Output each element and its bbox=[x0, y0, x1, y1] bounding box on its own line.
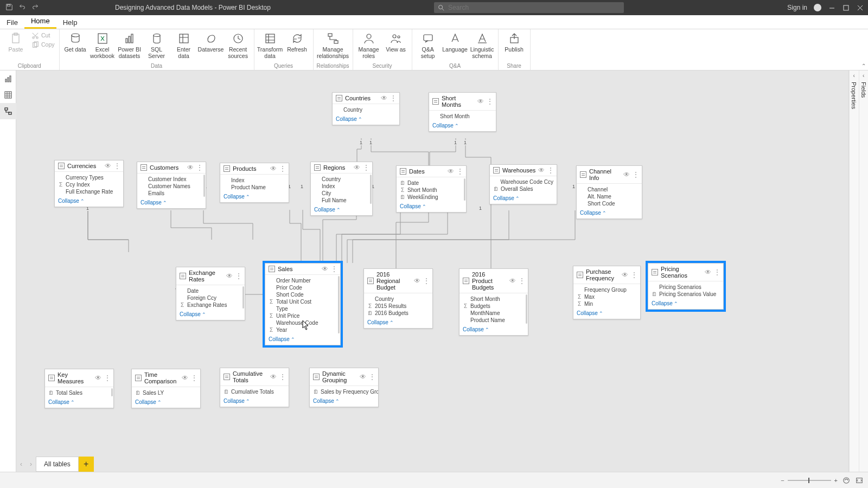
visibility-icon[interactable]: 👁 bbox=[182, 375, 188, 381]
visibility-icon[interactable]: 👁 bbox=[187, 164, 194, 171]
field-row[interactable]: Prior Code bbox=[269, 284, 337, 291]
visibility-icon[interactable]: 👁 bbox=[322, 266, 328, 272]
tabs-next-button[interactable]: › bbox=[26, 460, 36, 468]
table-countries[interactable]: Countries👁⋮CountryCollapse bbox=[332, 92, 400, 125]
cut-button[interactable]: Cut bbox=[30, 31, 56, 40]
more-options-icon[interactable]: ⋮ bbox=[519, 278, 525, 284]
field-row[interactable]: Pricing Scenarios bbox=[652, 284, 720, 291]
more-options-icon[interactable]: ⋮ bbox=[487, 98, 493, 105]
save-icon[interactable] bbox=[5, 3, 13, 12]
model-view-button[interactable] bbox=[0, 103, 16, 119]
fit-to-screen-button[interactable] bbox=[855, 476, 864, 485]
copy-button[interactable]: Copy bbox=[30, 41, 56, 49]
field-row[interactable]: Short Code bbox=[269, 291, 337, 298]
zoom-in-icon[interactable]: + bbox=[834, 477, 838, 484]
table-dates[interactable]: Dates👁⋮🗓DateΣShort Month🗓WeekEndingColla… bbox=[396, 165, 467, 213]
table-warehouses[interactable]: Warehouses👁⋮Warehouse Code Ccy🗓Overall S… bbox=[489, 164, 557, 204]
field-row[interactable]: 🗓Total Sales bbox=[48, 389, 110, 396]
table-customers[interactable]: Customers👁⋮Customer IndexCustomer NamesE… bbox=[137, 162, 206, 209]
more-options-icon[interactable]: ⋮ bbox=[196, 164, 202, 171]
field-row[interactable]: Product Name bbox=[224, 184, 285, 191]
field-row[interactable]: MonthName bbox=[463, 310, 525, 317]
more-options-icon[interactable]: ⋮ bbox=[114, 163, 120, 169]
tab-home[interactable]: Home bbox=[24, 15, 56, 29]
field-row[interactable]: Country bbox=[367, 296, 429, 303]
more-options-icon[interactable]: ⋮ bbox=[279, 374, 285, 380]
table-regions[interactable]: Regions👁⋮CountryIndexCityFull NameCollap… bbox=[310, 162, 373, 216]
collapse-table-button[interactable]: Collapse bbox=[58, 198, 85, 204]
field-row[interactable]: Σ2015 Results bbox=[367, 303, 429, 310]
visibility-icon[interactable]: 👁 bbox=[105, 163, 111, 169]
field-row[interactable]: Warehouse Code bbox=[269, 319, 337, 326]
more-options-icon[interactable]: ⋮ bbox=[423, 278, 429, 284]
qa-setup-button[interactable]: Q&A setup bbox=[416, 30, 441, 59]
collapse-table-button[interactable]: Collapse bbox=[652, 300, 678, 306]
visibility-icon[interactable]: 👁 bbox=[509, 278, 516, 284]
get-data-button[interactable]: Get data bbox=[63, 30, 88, 53]
visibility-icon[interactable]: 👁 bbox=[95, 375, 101, 381]
table-channel-info[interactable]: Channel Info👁⋮ChannelAlt. NameShort Code… bbox=[576, 165, 642, 219]
table-2016-regional-budget[interactable]: 2016 Regional Budget👁⋮CountryΣ2015 Resul… bbox=[363, 268, 433, 329]
collapse-table-button[interactable]: Collapse bbox=[224, 398, 250, 404]
table-cumulative-totals[interactable]: Cumulative Totals👁⋮🗓Cumulative TotalsCol… bbox=[220, 368, 289, 407]
table-time-comparison[interactable]: Time Comparison👁⋮🗓Sales LYCollapse bbox=[131, 369, 201, 408]
table-purchase-frequency[interactable]: Purchase Frequency👁⋮Frequency GroupΣMaxΣ… bbox=[573, 266, 641, 319]
visibility-icon[interactable]: 👁 bbox=[354, 164, 360, 171]
zoom-control[interactable]: − + bbox=[781, 477, 838, 484]
visibility-icon[interactable]: 👁 bbox=[270, 165, 277, 172]
more-options-icon[interactable]: ⋮ bbox=[457, 168, 463, 175]
sql-server-button[interactable]: SQL Server bbox=[144, 30, 169, 59]
more-options-icon[interactable]: ⋮ bbox=[547, 167, 553, 174]
recent-sources-button[interactable]: Recent sources bbox=[226, 30, 251, 59]
tab-help[interactable]: Help bbox=[56, 16, 84, 29]
paste-button[interactable]: Paste bbox=[3, 30, 28, 53]
more-options-icon[interactable]: ⋮ bbox=[390, 95, 396, 101]
tab-file[interactable]: File bbox=[0, 16, 24, 29]
enter-data-button[interactable]: Enter data bbox=[171, 30, 196, 59]
zoom-slider[interactable] bbox=[788, 480, 831, 481]
collapse-table-button[interactable]: Collapse bbox=[432, 123, 459, 129]
field-row[interactable]: 🗓Overall Sales bbox=[493, 185, 553, 192]
field-row[interactable]: Order Number bbox=[269, 277, 337, 284]
collapse-table-button[interactable]: Collapse bbox=[269, 336, 295, 342]
field-row[interactable]: ΣCcy Index bbox=[58, 181, 120, 188]
field-row[interactable]: 🗓Cumulative Totals bbox=[224, 388, 285, 395]
field-row[interactable]: ΣBudgets bbox=[463, 303, 525, 310]
field-row[interactable]: ΣExchange Rates bbox=[180, 301, 241, 309]
publish-button[interactable]: Publish bbox=[502, 30, 527, 53]
collapse-table-button[interactable]: Collapse bbox=[493, 195, 520, 201]
more-options-icon[interactable]: ⋮ bbox=[331, 266, 337, 272]
field-row[interactable]: Country bbox=[336, 106, 396, 113]
manage-relationships-button[interactable]: Manage relationships bbox=[317, 30, 349, 59]
field-row[interactable]: 🗓Sales by Frequency Group bbox=[313, 388, 375, 395]
table-dynamic-grouping[interactable]: Dynamic Grouping👁⋮🗓Sales by Frequency Gr… bbox=[309, 368, 379, 407]
visibility-icon[interactable]: 👁 bbox=[360, 374, 366, 380]
close-window-button[interactable] bbox=[856, 4, 864, 11]
report-view-button[interactable] bbox=[0, 70, 16, 87]
field-row[interactable]: ΣMin bbox=[577, 300, 637, 307]
field-row[interactable]: Short Month bbox=[432, 113, 493, 120]
field-row[interactable]: Currency Types bbox=[58, 174, 120, 181]
collapse-table-button[interactable]: Collapse bbox=[141, 200, 167, 206]
tabs-prev-button[interactable]: ‹ bbox=[16, 460, 26, 468]
collapse-table-button[interactable]: Collapse bbox=[48, 399, 75, 405]
visibility-icon[interactable]: 👁 bbox=[270, 374, 277, 380]
field-row[interactable]: Short Month bbox=[463, 296, 525, 303]
language-button[interactable]: Language bbox=[443, 30, 468, 53]
field-row[interactable]: ΣTotal Unit Cost bbox=[269, 298, 337, 305]
table-currencies[interactable]: Currencies👁⋮Currency TypesΣCcy IndexFull… bbox=[54, 160, 124, 207]
collapse-table-button[interactable]: Collapse bbox=[135, 399, 162, 405]
collapse-ribbon-icon[interactable]: ⌃ bbox=[861, 63, 866, 69]
field-row[interactable]: 🗓Pricing Scenarios Value bbox=[652, 291, 720, 298]
new-layout-button[interactable]: + bbox=[79, 457, 94, 472]
tab-all-tables[interactable]: All tables bbox=[36, 457, 79, 472]
linguistic-schema-button[interactable]: Linguistic schema bbox=[470, 30, 495, 59]
visibility-icon[interactable]: 👁 bbox=[414, 278, 420, 284]
table-sales[interactable]: Sales👁⋮Order NumberPrior CodeShort CodeΣ… bbox=[265, 263, 341, 345]
collapse-table-button[interactable]: Collapse bbox=[313, 398, 340, 404]
more-options-icon[interactable]: ⋮ bbox=[363, 164, 369, 171]
properties-pane-collapsed[interactable]: ‹ Properties bbox=[849, 70, 859, 472]
field-row[interactable]: Emails bbox=[141, 190, 202, 197]
collapse-table-button[interactable]: Collapse bbox=[180, 311, 206, 317]
visibility-icon[interactable]: 👁 bbox=[538, 167, 545, 174]
